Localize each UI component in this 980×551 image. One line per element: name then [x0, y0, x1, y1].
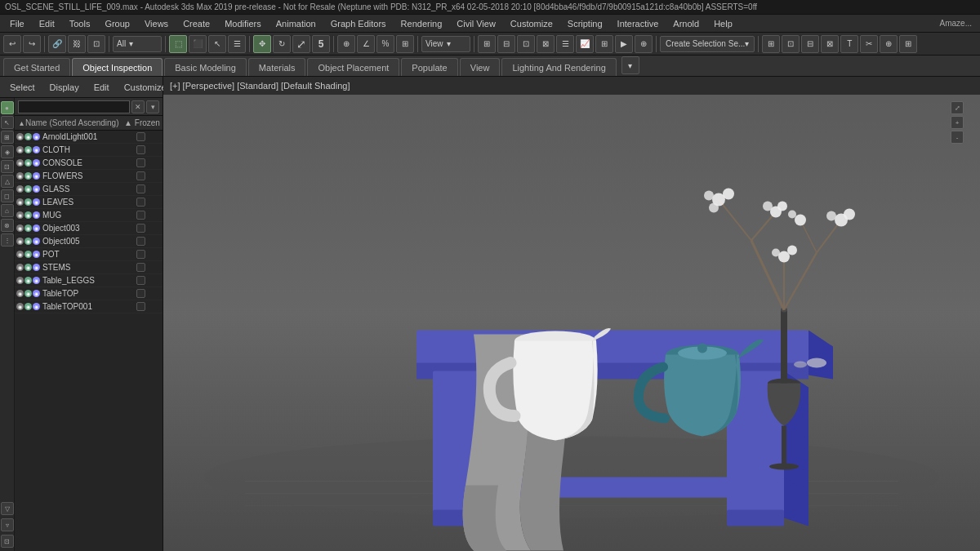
viewport[interactable]: [+] [Perspective] [Standard] [Default Sh… [163, 77, 980, 551]
side-icon-1[interactable]: ↖ [1, 116, 14, 129]
unlink-button[interactable]: ⛓ [68, 35, 86, 53]
extra-btn[interactable]: ⊞ [899, 35, 917, 53]
object-row-5[interactable]: ◉ ◉ ◉ LEAVES [15, 196, 163, 209]
tab-materials[interactable]: Materials [248, 58, 306, 76]
object-row-7[interactable]: ◉ ◉ ◉ Object003 [15, 222, 163, 235]
tab-get-started[interactable]: Get Started [3, 58, 70, 76]
link-button[interactable]: 🔗 [48, 35, 66, 53]
geo-icon-10[interactable]: ◉ [33, 264, 40, 271]
vp-zoom-out[interactable]: - [951, 131, 964, 144]
rend-icon-1[interactable]: ◉ [24, 146, 32, 153]
geo-icon-3[interactable]: ◉ [33, 172, 40, 180]
align-button[interactable]: ⊟ [497, 35, 515, 53]
side-icon-8[interactable]: ⊗ [1, 219, 14, 232]
object-list[interactable]: ◉ ◉ ◉ ArnoldLight001 ◉ ◉ ◉ CLOTH ◉ ◉ ◉ C… [15, 131, 163, 551]
object-row-1[interactable]: ◉ ◉ ◉ CLOTH [15, 144, 163, 157]
more-btn[interactable]: ⊕ [880, 35, 898, 53]
tab-view[interactable]: View [460, 58, 501, 76]
scissors-btn[interactable]: ✂ [860, 35, 878, 53]
geo-icon-13[interactable]: ◉ [33, 303, 40, 310]
object-row-6[interactable]: ◉ ◉ ◉ MUG [15, 209, 163, 222]
angle-snap[interactable]: ∠ [357, 35, 375, 53]
vis-icon-2[interactable]: ◉ [16, 159, 24, 167]
bind-button[interactable]: ⊡ [87, 35, 105, 53]
menu-customize[interactable]: Customize [504, 17, 559, 30]
search-input[interactable] [18, 100, 130, 113]
menu-file[interactable]: File [3, 17, 31, 30]
grid-view3[interactable]: ⊟ [801, 35, 819, 53]
side-icon-3[interactable]: ◈ [1, 145, 14, 158]
select-tab[interactable]: Select [3, 81, 42, 94]
grid-view2[interactable]: ⊡ [782, 35, 800, 53]
rend-icon-12[interactable]: ◉ [24, 290, 32, 297]
vis-icon-6[interactable]: ◉ [16, 211, 24, 219]
search-options[interactable]: ▾ [146, 100, 159, 113]
display-tab[interactable]: Display [43, 81, 86, 94]
side-icon-4[interactable]: ⊡ [1, 160, 14, 173]
spinner-snap[interactable]: ⊞ [396, 35, 414, 53]
menu-edit[interactable]: Edit [33, 17, 61, 30]
vis-icon-8[interactable]: ◉ [16, 238, 24, 245]
label-btn[interactable]: T [840, 35, 858, 53]
scale-button[interactable]: ⤢ [292, 35, 310, 53]
geo-icon-7[interactable]: ◉ [33, 224, 40, 232]
tab-lighting-rendering[interactable]: Lighting And Rendering [501, 58, 616, 76]
tabs-overflow[interactable]: ▾ [621, 56, 639, 74]
filter-dropdown[interactable]: All ▾ [113, 36, 162, 52]
menu-arnold[interactable]: Arnold [666, 17, 706, 30]
menu-modifiers[interactable]: Modifiers [218, 17, 268, 30]
vis-icon-9[interactable]: ◉ [16, 251, 24, 258]
rend-icon-10[interactable]: ◉ [24, 264, 32, 271]
undo-button[interactable]: ↩ [3, 35, 21, 53]
rend-icon-8[interactable]: ◉ [24, 238, 32, 245]
menu-animation[interactable]: Animation [270, 17, 323, 30]
side-icon-5[interactable]: △ [1, 175, 14, 188]
menu-create[interactable]: Create [176, 17, 216, 30]
menu-group[interactable]: Group [98, 17, 136, 30]
view-dropdown[interactable]: View ▾ [421, 36, 470, 52]
menu-graph-editors[interactable]: Graph Editors [324, 17, 393, 30]
object-row-2[interactable]: ◉ ◉ ◉ CONSOLE [15, 157, 163, 170]
rend-icon-5[interactable]: ◉ [24, 198, 32, 206]
search-close[interactable]: ✕ [131, 100, 145, 113]
rend-icon-2[interactable]: ◉ [24, 159, 32, 167]
geo-icon-2[interactable]: ◉ [33, 159, 40, 167]
geo-icon-9[interactable]: ◉ [33, 251, 40, 258]
geo-icon-11[interactable]: ◉ [33, 277, 40, 284]
grid-view1[interactable]: ⊞ [762, 35, 780, 53]
side-icon-2[interactable]: ⊞ [1, 131, 14, 144]
vis-icon-10[interactable]: ◉ [16, 264, 24, 271]
object-row-9[interactable]: ◉ ◉ ◉ POT [15, 248, 163, 261]
object-row-11[interactable]: ◉ ◉ ◉ Table_LEGGS [15, 274, 163, 287]
create-selection-button[interactable]: Create Selection Se... ▾ [660, 36, 755, 52]
vis-icon-3[interactable]: ◉ [16, 172, 24, 180]
select-region-button[interactable]: ⬚ [169, 35, 187, 53]
vis-icon-4[interactable]: ◉ [16, 185, 24, 193]
rend-icon-13[interactable]: ◉ [24, 303, 32, 310]
side-icon-box[interactable]: ⊡ [1, 535, 14, 548]
rend-icon-11[interactable]: ◉ [24, 277, 32, 284]
vp-maximize[interactable]: ⤢ [951, 101, 964, 114]
select-region-mode[interactable]: ⬛ [189, 35, 207, 53]
media-button[interactable]: ▶ [615, 35, 633, 53]
tab-populate[interactable]: Populate [401, 58, 457, 76]
snap-button[interactable]: ⊕ [337, 35, 355, 53]
object-row-10[interactable]: ◉ ◉ ◉ STEMS [15, 261, 163, 274]
vis-icon-11[interactable]: ◉ [16, 277, 24, 284]
menu-views[interactable]: Views [138, 17, 175, 30]
geo-icon-1[interactable]: ◉ [33, 146, 40, 153]
tab-object-inspection[interactable]: Object Inspection [72, 58, 163, 76]
render-setup[interactable]: ⊞ [595, 35, 613, 53]
vis-icon-12[interactable]: ◉ [16, 290, 24, 297]
side-icon-6[interactable]: ◻ [1, 189, 14, 202]
vis-icon-5[interactable]: ◉ [16, 198, 24, 206]
grid-view4[interactable]: ⊠ [821, 35, 839, 53]
align-view[interactable]: ⊡ [517, 35, 535, 53]
edit-tab[interactable]: Edit [87, 81, 116, 94]
select-by-name[interactable]: ☰ [228, 35, 246, 53]
another-btn[interactable]: ⊕ [635, 35, 653, 53]
select-button[interactable]: ↖ [208, 35, 226, 53]
object-row-13[interactable]: ◉ ◉ ◉ TableTOP001 [15, 300, 163, 313]
vis-icon-13[interactable]: ◉ [16, 303, 24, 310]
vp-zoom[interactable]: + [951, 116, 964, 129]
